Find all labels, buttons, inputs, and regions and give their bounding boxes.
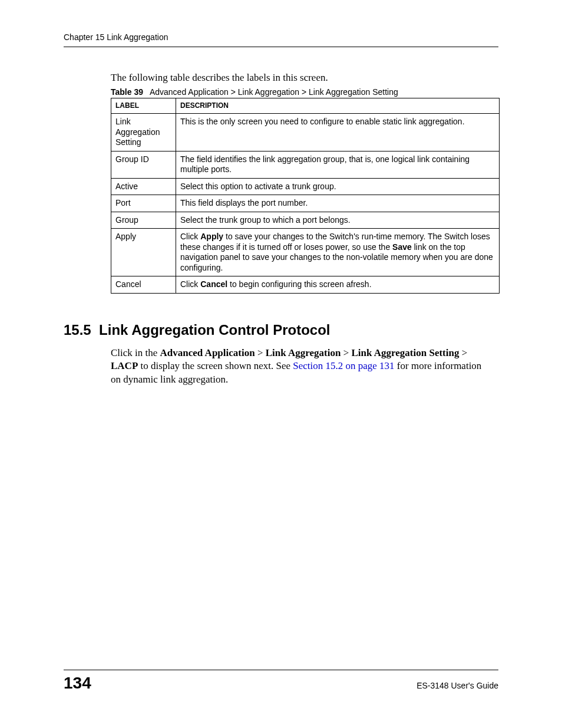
cell-label: Group ID	[111, 151, 176, 178]
bold-text: Link Aggregation Setting	[352, 347, 459, 358]
text: Click	[180, 279, 200, 289]
cell-label: Link Aggregation Setting	[111, 114, 176, 151]
text: >	[340, 347, 351, 358]
text: to display the screen shown next. See	[138, 360, 293, 371]
section-title: Link Aggregation Control Protocol	[99, 322, 330, 338]
running-header: Chapter 15 Link Aggregation	[64, 32, 498, 47]
cell-label: Port	[111, 195, 176, 212]
text: Click in the	[111, 347, 160, 358]
table-row: Link Aggregation Setting This is the onl…	[111, 114, 500, 151]
bold-text: Save	[392, 242, 412, 252]
text: Click	[180, 232, 200, 241]
bold-text: Advanced Application	[160, 347, 255, 358]
description-table: LABEL DESCRIPTION Link Aggregation Setti…	[111, 98, 500, 294]
text: >	[255, 347, 266, 358]
cell-desc: Click Apply to save your changes to the …	[176, 229, 500, 276]
table-row: Active Select this option to activate a …	[111, 178, 500, 195]
table-header-row: LABEL DESCRIPTION	[111, 98, 500, 114]
page-number: 134	[64, 674, 91, 693]
page: Chapter 15 Link Aggregation The followin…	[0, 0, 562, 728]
text: >	[459, 347, 467, 358]
table-caption-text: Advanced Application > Link Aggregation …	[150, 87, 398, 97]
text: to begin configuring this screen afresh.	[227, 279, 371, 289]
cell-desc: This field displays the port number.	[176, 195, 500, 212]
cell-label: Cancel	[111, 276, 176, 294]
cell-label: Group	[111, 212, 176, 229]
guide-name: ES-3148 User's Guide	[416, 681, 498, 690]
cross-reference-link[interactable]: Section 15.2 on page 131	[293, 360, 394, 371]
section-paragraph: Click in the Advanced Application > Link…	[111, 347, 488, 387]
table-row: Group ID The field identifies the link a…	[111, 151, 500, 178]
intro-paragraph: The following table describes the labels…	[111, 72, 498, 84]
cell-label: Active	[111, 178, 176, 195]
table-row: Apply Click Apply to save your changes t…	[111, 229, 500, 276]
bold-text: Cancel	[200, 279, 227, 289]
table-number: Table 39	[111, 87, 143, 97]
table-row: Port This field displays the port number…	[111, 195, 500, 212]
cell-desc: The field identifies the link aggregatio…	[176, 151, 500, 178]
table-row: Cancel Click Cancel to begin configuring…	[111, 276, 500, 294]
table-caption: Table 39 Advanced Application > Link Agg…	[111, 87, 498, 97]
cell-desc: Select the trunk group to which a port b…	[176, 212, 500, 229]
bold-text: Apply	[200, 232, 223, 241]
th-label: LABEL	[111, 98, 176, 114]
table-row: Group Select the trunk group to which a …	[111, 212, 500, 229]
bold-text: Link Aggregation	[266, 347, 341, 358]
cell-desc: Click Cancel to begin configuring this s…	[176, 276, 500, 294]
th-description: DESCRIPTION	[176, 98, 500, 114]
cell-desc: Select this option to activate a trunk g…	[176, 178, 500, 195]
section-number: 15.5	[64, 322, 91, 338]
cell-desc: This is the only screen you need to conf…	[176, 114, 500, 151]
bold-text: LACP	[111, 360, 138, 371]
page-footer: 134 ES-3148 User's Guide	[64, 670, 498, 693]
cell-label: Apply	[111, 229, 176, 276]
section-heading: 15.5 Link Aggregation Control Protocol	[64, 322, 498, 338]
